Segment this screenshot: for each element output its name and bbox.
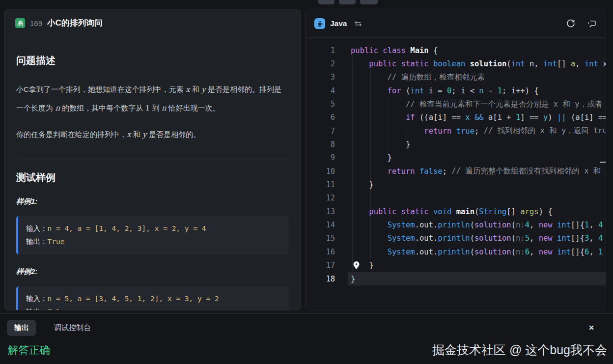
window-tab-stub [360,0,378,4]
line-number: 11 [306,180,335,189]
code-line[interactable]: 7 return true; // 找到相邻的 x 和 y，返回 true [306,124,606,138]
watermark: 掘金技术社区 @ 这个bug我不会 [432,342,607,358]
code-line[interactable]: 9 } [306,151,606,165]
sample2-label: 样例2: [16,267,289,277]
code-text: public class Main { [348,44,606,57]
tab-output[interactable]: 输出 [7,320,36,336]
console-tabs: 输出 调试控制台 [0,314,613,336]
line-number: 15 [306,234,335,243]
description-heading: 问题描述 [16,54,289,67]
code-line[interactable]: 6 if ((a[i] == x && a[i + 1] == y) || (a… [306,111,606,124]
problem-panel: 易 169 小C的排列询问 问题描述 小C拿到了一个排列，她想知道在这个排列中，… [4,9,301,310]
line-number: 3 [306,73,335,82]
console-panel: 输出 调试控制台 ✕ 解答正确 掘金技术社区 @ 这个bug我不会 [0,313,613,364]
window-tab-stub [339,0,356,4]
problem-header: 易 169 小C的排列询问 [4,9,301,37]
line-number: 12 [306,194,335,202]
scrollbar-thumb[interactable] [600,162,606,163]
code-line[interactable]: 8 } [306,138,606,151]
lightbulb-icon[interactable] [352,260,361,270]
window-tab-stub [318,0,334,4]
code-text: // 遍历数组，检查相邻元素 [348,71,606,84]
line-number: 16 [306,248,335,256]
line-number: 14 [306,221,335,229]
code-line[interactable]: 17 } [306,259,606,272]
code-text: public static void main(String[] args) { [348,205,606,218]
code-line[interactable]: 2 public static boolean solution(int n, … [306,57,606,70]
code-line[interactable]: 18} [306,272,606,285]
code-line[interactable]: 5 // 检查当前元素和下一个元素是否分别是 x 和 y，或者 [306,97,606,111]
code-text: public static boolean solution(int n, in… [348,57,606,70]
code-text: return false; // 遍历完整个数组都没有找到相邻的 x 和 y [348,165,606,178]
code-text: if ((a[i] == x && a[i + 1] == y) || (a[i… [348,111,606,124]
line-number: 2 [306,59,335,68]
code-line[interactable]: 11 } [306,178,606,191]
difficulty-badge: 易 [15,18,25,28]
code-line[interactable]: 14 System.out.println(solution(n:4, new … [306,218,606,231]
section-divider [16,159,289,159]
code-text: } [348,272,606,285]
line-number: 5 [306,100,335,109]
sample2-output: 输出：False [26,306,281,310]
code-text: } [348,178,606,191]
code-text: System.out.println(solution(n:4, new int… [348,218,606,231]
code-line[interactable]: 1public class Main { [306,44,606,57]
code-editor-panel: Java [305,9,606,310]
sample1-input: 输入：n = 4, a = [1, 4, 2, 3], x = 2, y = 4 [26,222,281,235]
sample1-output: 输出：True [26,235,281,249]
code-text: } [348,151,606,165]
reset-code-icon[interactable] [566,19,576,28]
code-line[interactable]: 4 for (int i = 0; i < n - 1; i++) { [306,84,606,97]
problem-title: 小C的排列询问 [47,18,103,28]
feedback-icon[interactable] [586,19,597,28]
code-text: return true; // 找到相邻的 x 和 y，返回 true [348,124,606,138]
code-line[interactable]: 3 // 遍历数组，检查相邻元素 [306,71,606,84]
samples-heading: 测试样例 [16,171,289,184]
code-text [348,192,606,205]
line-number: 10 [306,167,335,176]
code-text: System.out.println(solution(n:5, new int… [348,232,606,245]
problem-content: 问题描述 小C拿到了一个排列，她想知道在这个排列中，元素 x 和 y 是否是相邻… [4,37,301,310]
line-number: 8 [306,140,335,149]
editor-header: Java [306,9,606,38]
swap-language-icon[interactable] [354,20,362,28]
code-line[interactable]: 10 return false; // 遍历完整个数组都没有找到相邻的 x 和 … [306,165,606,178]
line-number: 9 [306,153,335,162]
app-screen: 易 169 小C的排列询问 问题描述 小C拿到了一个排列，她想知道在这个排列中，… [0,0,613,364]
close-icon[interactable]: ✕ [588,324,594,332]
sample2-block: 输入：n = 5, a = [3, 4, 5, 1, 2], x = 3, y … [16,286,289,310]
code-text: } [348,138,606,151]
code-text: // 检查当前元素和下一个元素是否分别是 x 和 y，或者 [348,97,606,111]
code-line[interactable]: 13 public static void main(String[] args… [306,205,606,218]
line-number: 18 [306,275,335,283]
sample2-input: 输入：n = 5, a = [3, 4, 5, 1, 2], x = 3, y … [26,292,281,306]
line-number: 1 [306,46,335,55]
line-number: 6 [306,113,335,122]
java-icon [314,18,325,29]
code-line[interactable]: 16 System.out.println(solution(n:6, new … [306,245,606,258]
code-line[interactable]: 15 System.out.println(solution(n:5, new … [306,232,606,245]
code-text: System.out.println(solution(n:6, new int… [348,245,606,258]
description-paragraph: 小C拿到了一个排列，她想知道在这个排列中，元素 x 和 y 是否是相邻的。排列是… [16,80,289,117]
line-number: 7 [306,127,335,136]
code-area[interactable]: 1public class Main {2 public static bool… [306,38,606,310]
problem-id: 169 [30,19,42,28]
code-text: for (int i = 0; i < n - 1; i++) { [348,84,606,97]
sample1-block: 输入：n = 4, a = [1, 4, 2, 3], x = 2, y = 4… [16,216,289,254]
line-number: 4 [306,86,335,95]
line-number: 17 [306,261,335,270]
sample1-label: 样例1: [16,197,289,206]
line-number: 13 [306,207,335,216]
code-text: } [348,259,606,272]
code-line[interactable]: 12 [306,192,606,205]
language-label[interactable]: Java [330,19,347,28]
description-paragraph: 你的任务是判断在给定的排列中，x 和 y 是否是相邻的。 [16,125,289,144]
tab-debug-console[interactable]: 调试控制台 [54,323,91,333]
result-status: 解答正确 [8,343,50,357]
